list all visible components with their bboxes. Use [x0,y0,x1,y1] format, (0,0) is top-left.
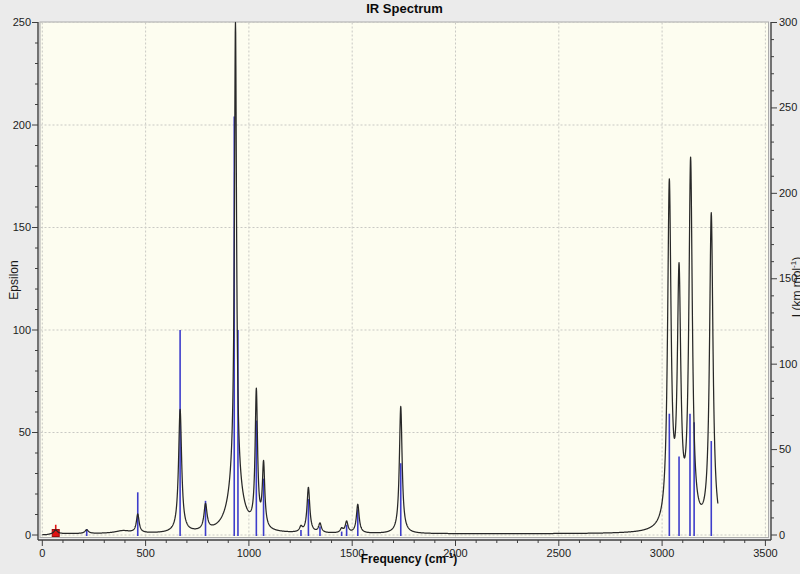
y-left-tick-label: 50 [19,426,31,438]
y-right-tick-label: 100 [779,358,797,370]
y-right-tick-label: 0 [779,529,785,541]
plot-canvas[interactable] [40,22,769,538]
y-left-tick-label: 250 [13,16,31,28]
spectrum-plot: 0500100015002000250030003500050100150200… [0,0,800,574]
page-title: IR Spectrum [40,1,769,16]
y-left-tick-label: 0 [25,529,31,541]
y-left-tick-label: 150 [13,221,31,233]
y-left-tick-label: 100 [13,324,31,336]
x-axis-label: Frequency (cm-1) [40,551,778,566]
y-right-tick-label: 300 [779,16,797,28]
y-right-tick-label: 250 [779,101,797,113]
y-axis-label-left: Epsilon [7,260,21,299]
y-axis-label-right: I (km mol-1) [789,257,800,317]
y-right-tick-label: 200 [779,187,797,199]
y-left-tick-label: 200 [13,119,31,131]
ir-spectrum-window: IR Spectrum 0500100015002000250030003500… [0,0,800,574]
y-right-tick-label: 50 [779,443,791,455]
